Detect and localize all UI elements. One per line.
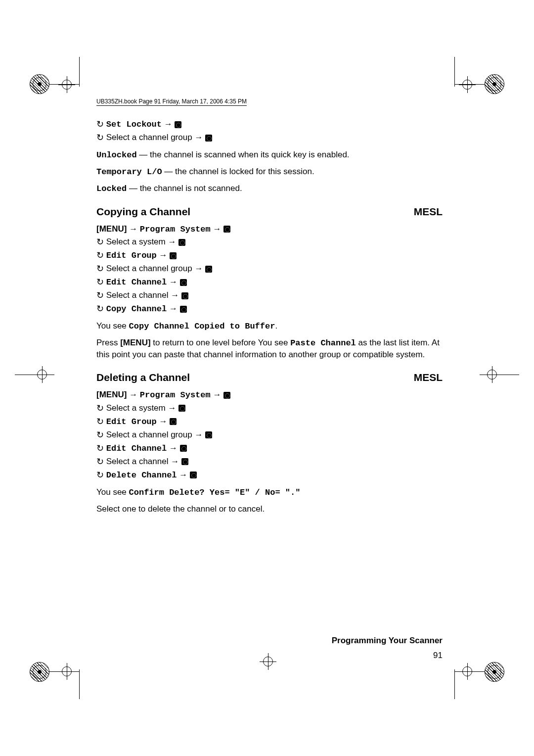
step-line: ↻ Select a channel → <box>96 455 443 469</box>
page-footer: Programming Your Scanner 91 <box>96 631 443 665</box>
step-line: ↻ Edit Channel → <box>96 442 443 455</box>
arrow-icon: → <box>168 403 176 413</box>
arrow-icon: → <box>213 224 221 234</box>
paragraph: Press [MENU] to return to one level befo… <box>96 337 443 361</box>
code: Paste Channel <box>290 338 356 348</box>
rotate-icon: ↻ <box>96 415 104 428</box>
arrow-icon: → <box>194 264 203 273</box>
section-tag: MESL <box>414 206 443 218</box>
paragraph: Select one to delete the channel or to c… <box>96 504 443 515</box>
menu-label: [MENU] <box>96 224 127 234</box>
arrow-icon: → <box>179 470 187 479</box>
select-disc-icon <box>175 121 181 128</box>
step-line: ↻ Copy Channel → <box>96 302 443 316</box>
page-number: 91 <box>433 651 443 661</box>
desc: — the channel is scanned when its quick … <box>137 150 350 159</box>
step-line: ↻ Select a system → <box>96 402 443 415</box>
section-title: Deleting a Channel <box>96 372 190 383</box>
rotate-icon: ↻ <box>96 469 104 482</box>
code: Confirm Delete? Yes= "E" / No= "." <box>129 488 301 497</box>
step-text: Select a channel group <box>106 133 192 142</box>
result-line: You see Copy Channel Copied to Buffer. <box>96 321 443 332</box>
rotate-icon: ↻ <box>96 262 104 276</box>
rotate-icon: ↻ <box>96 455 104 469</box>
page-content: UB335ZH.book Page 91 Friday, March 17, 2… <box>96 96 443 520</box>
text: You see <box>96 321 129 331</box>
step-code: Edit Channel <box>106 278 167 287</box>
term: Temporary L/O <box>96 167 162 177</box>
select-disc-icon <box>205 266 212 273</box>
crop-line <box>79 669 80 699</box>
step-code: Edit Channel <box>106 444 167 453</box>
select-disc-icon <box>178 405 185 412</box>
rotate-icon: ↻ <box>96 118 104 131</box>
step-text: Select a system <box>106 237 166 246</box>
definition: Locked — the channel is not scanned. <box>96 183 443 195</box>
select-disc-icon <box>205 135 212 142</box>
code: Copy Channel Copied to Buffer <box>129 322 275 331</box>
rotate-icon: ↻ <box>96 289 104 302</box>
select-disc-icon <box>190 472 197 478</box>
step-code: Delete Channel <box>106 471 177 480</box>
select-disc-icon <box>178 239 185 246</box>
section-heading: Copying a Channel MESL <box>96 206 443 218</box>
desc: — the channel is not scanned. <box>127 184 242 193</box>
reg-mark-tl <box>30 74 49 94</box>
footer-title: Programming Your Scanner <box>332 636 443 646</box>
step-line: ↻ Select a channel group → <box>96 428 443 442</box>
menu-code: Program System <box>140 390 211 400</box>
rotate-icon: ↻ <box>96 249 104 262</box>
step-line: ↻ Edit Channel → <box>96 276 443 289</box>
select-disc-icon <box>205 431 212 438</box>
select-disc-icon <box>180 279 187 286</box>
step-text: Select a channel <box>106 290 169 300</box>
select-disc-icon <box>181 458 188 465</box>
text: . <box>275 321 277 331</box>
arrow-icon: → <box>164 119 173 129</box>
arrow-icon: → <box>213 390 221 399</box>
select-disc-icon <box>223 392 230 399</box>
select-disc-icon <box>180 445 187 452</box>
section-heading: Deleting a Channel MESL <box>96 372 443 383</box>
section-title: Copying a Channel <box>96 206 190 218</box>
definition: Unlocked — the channel is scanned when i… <box>96 149 443 161</box>
step-text: Select a channel group <box>106 430 192 439</box>
menu-line: [MENU] → Program System → <box>96 223 443 236</box>
reg-mark-tr <box>485 74 504 94</box>
arrow-icon: → <box>171 290 179 300</box>
step-line: ↻ Edit Group → <box>96 415 443 428</box>
text: Press <box>96 338 120 347</box>
menu-line: [MENU] → Program System → <box>96 388 443 402</box>
rotate-icon: ↻ <box>96 302 104 316</box>
crop-line <box>455 671 485 672</box>
crop-line <box>79 57 80 87</box>
arrow-icon: → <box>129 390 137 399</box>
menu-label: [MENU] <box>96 390 127 399</box>
arrow-icon: → <box>194 430 203 439</box>
arrow-icon: → <box>159 417 168 426</box>
crop-line <box>49 84 79 85</box>
step-code: Edit Group <box>106 417 157 426</box>
select-disc-icon <box>170 252 177 259</box>
step-code: Set Lockout <box>106 120 162 129</box>
cross-mark-tl <box>58 76 75 93</box>
arrow-icon: → <box>169 443 178 453</box>
select-disc-icon <box>223 226 230 233</box>
menu-code: Program System <box>140 225 211 234</box>
crop-line <box>49 671 79 672</box>
step-line: ↻ Select a channel → <box>96 289 443 302</box>
text: You see <box>96 487 129 497</box>
reg-mark-bl <box>30 662 49 682</box>
reg-mark-br <box>485 662 504 682</box>
rotate-icon: ↻ <box>96 131 104 144</box>
crop-line <box>455 84 485 85</box>
step-code: Copy Channel <box>106 304 167 314</box>
select-disc-icon <box>180 306 187 313</box>
definition: Temporary L/O — the channel is locked fo… <box>96 166 443 178</box>
rotate-icon: ↻ <box>96 442 104 455</box>
step-line: ↻ Select a channel group → <box>96 131 443 144</box>
step-line: ↻ Select a channel group → <box>96 262 443 276</box>
crop-line <box>480 375 519 375</box>
arrow-icon: → <box>171 457 179 466</box>
step-code: Edit Group <box>106 251 157 260</box>
